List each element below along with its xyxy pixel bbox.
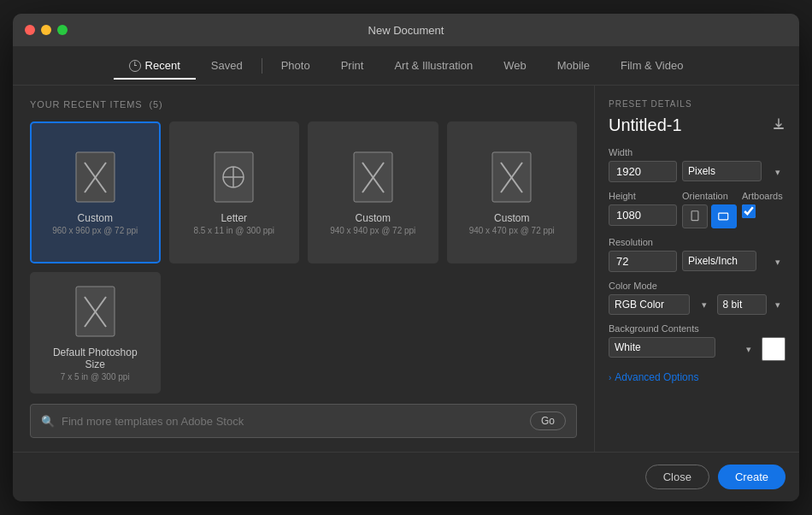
tab-bar: Recent Saved Photo Print Art & Illustrat… <box>13 46 799 86</box>
go-button[interactable]: Go <box>530 411 566 430</box>
tab-saved[interactable]: Saved <box>196 52 258 79</box>
height-label: Height <box>609 191 677 201</box>
height-orientation-row: Height Orientation <box>609 191 786 228</box>
width-label: Width <box>609 147 786 157</box>
minimize-window-button[interactable] <box>41 25 51 35</box>
tab-film-video-label: Film & Video <box>621 59 683 72</box>
tab-recent[interactable]: Recent <box>114 52 196 79</box>
recent-count: (5) <box>149 99 162 110</box>
bg-contents-select-wrapper: White Background Color Transparent <box>609 337 756 361</box>
create-button[interactable]: Create <box>718 465 786 489</box>
orientation-buttons <box>682 204 737 228</box>
bg-contents-select[interactable]: White Background Color Transparent <box>609 337 715 358</box>
template-size-5: 7 x 5 in @ 300 ppi <box>61 372 130 382</box>
tab-separator <box>262 58 262 74</box>
bg-contents-label: Background Contents <box>609 323 786 334</box>
bottom-buttons: Close Create <box>13 452 799 501</box>
template-card-custom-2[interactable]: Custom 940 x 940 px @ 72 ppi <box>308 121 438 263</box>
svg-rect-17 <box>691 211 698 221</box>
advanced-options-label: Advanced Options <box>615 371 698 383</box>
bg-color-swatch[interactable] <box>762 337 786 361</box>
tab-photo[interactable]: Photo <box>266 52 326 79</box>
portrait-button[interactable] <box>682 204 708 228</box>
width-unit-select-wrapper: Pixels Inches Centimeters <box>682 161 786 182</box>
svg-rect-16 <box>774 127 784 129</box>
clock-icon <box>129 60 141 72</box>
orientation-label: Orientation <box>682 191 737 201</box>
height-input[interactable] <box>609 204 677 226</box>
template-card-letter[interactable]: Letter 8.5 x 11 in @ 300 ppi <box>169 121 300 263</box>
resolution-field-group: Pixels/Inch Pixels/Cm <box>609 251 786 272</box>
color-mode-field-group: RGB Color CMYK Color Grayscale 8 bit 16 … <box>609 294 786 315</box>
tab-mobile[interactable]: Mobile <box>542 52 605 79</box>
template-size-3: 940 x 940 px @ 72 ppi <box>330 226 415 235</box>
template-size-2: 8.5 x 11 in @ 300 ppi <box>193 226 274 235</box>
color-depth-select[interactable]: 8 bit 16 bit 32 bit <box>717 294 767 315</box>
template-icon-custom-3 <box>488 150 535 205</box>
preset-title: Untitled-1 <box>609 115 682 135</box>
artboards-checkbox[interactable] <box>742 204 756 218</box>
template-icon-custom-1 <box>72 150 119 205</box>
maximize-window-button[interactable] <box>57 25 68 35</box>
new-document-window: New Document Recent Saved Photo Print Ar… <box>13 14 799 501</box>
template-grid-row1: Custom 960 x 960 px @ 72 ppi Letter <box>30 121 577 263</box>
color-mode-select-wrapper: RGB Color CMYK Color Grayscale <box>609 294 712 315</box>
resolution-unit-select-wrapper: Pixels/Inch Pixels/Cm <box>682 251 786 272</box>
save-preset-icon[interactable] <box>772 117 786 134</box>
tab-art-illustration-label: Art & Illustration <box>394 59 473 72</box>
artboards-col: Artboards <box>742 191 783 222</box>
landscape-button[interactable] <box>711 204 737 228</box>
search-icon: 🔍 <box>41 415 55 428</box>
artboards-label: Artboards <box>742 191 783 201</box>
template-grid-row2: Default Photoshop Size 7 x 5 in @ 300 pp… <box>30 272 577 394</box>
width-field-group: Pixels Inches Centimeters <box>609 161 786 182</box>
resolution-input[interactable] <box>609 251 677 272</box>
chevron-right-icon: › <box>609 373 611 382</box>
preset-section-label: PRESET DETAILS <box>609 99 786 109</box>
search-bar: 🔍 Go <box>30 404 577 438</box>
template-name-4: Custom <box>494 212 529 224</box>
title-bar: New Document <box>13 14 799 46</box>
tab-print-label: Print <box>341 59 364 72</box>
close-button[interactable]: Close <box>645 465 709 489</box>
tab-art-illustration[interactable]: Art & Illustration <box>379 52 488 79</box>
window-title: New Document <box>368 24 444 37</box>
left-panel: YOUR RECENT ITEMS (5) Custom 960 x 96 <box>13 86 594 452</box>
template-size-1: 960 x 960 px @ 72 ppi <box>52 226 138 235</box>
color-mode-label: Color Mode <box>609 281 786 291</box>
resolution-unit-select[interactable]: Pixels/Inch Pixels/Cm <box>682 251 756 271</box>
tab-web-label: Web <box>503 59 527 72</box>
template-icon-letter <box>210 150 257 205</box>
recent-section-header: YOUR RECENT ITEMS (5) <box>30 99 577 110</box>
traffic-lights <box>25 25 68 35</box>
bg-contents-field-row: Background Contents White Background Col… <box>609 323 786 361</box>
svg-rect-18 <box>719 213 728 220</box>
tab-recent-label: Recent <box>145 59 180 72</box>
tab-photo-label: Photo <box>281 59 310 72</box>
template-name-1: Custom <box>78 212 113 224</box>
width-field-row: Width Pixels Inches Centimeters <box>609 147 786 182</box>
template-icon-custom-2 <box>350 150 397 205</box>
advanced-options[interactable]: › Advanced Options <box>609 371 786 383</box>
tab-mobile-label: Mobile <box>557 59 590 72</box>
template-icon-default <box>72 284 119 340</box>
template-name-2: Letter <box>221 212 247 224</box>
template-name-5: Default Photoshop Size <box>42 346 149 370</box>
tab-print[interactable]: Print <box>326 52 380 79</box>
search-input[interactable] <box>62 415 530 428</box>
color-mode-select[interactable]: RGB Color CMYK Color Grayscale <box>609 294 690 315</box>
resolution-field-row: Resolution Pixels/Inch Pixels/Cm <box>609 237 786 272</box>
width-unit-select[interactable]: Pixels Inches Centimeters <box>682 161 762 181</box>
template-card-custom-1[interactable]: Custom 960 x 960 px @ 72 ppi <box>30 121 161 263</box>
template-size-4: 940 x 470 px @ 72 ppi <box>469 226 555 235</box>
color-depth-select-wrapper: 8 bit 16 bit 32 bit <box>717 294 786 315</box>
tab-film-video[interactable]: Film & Video <box>605 52 698 79</box>
resolution-label: Resolution <box>609 237 786 247</box>
template-card-default[interactable]: Default Photoshop Size 7 x 5 in @ 300 pp… <box>30 272 161 394</box>
width-input[interactable] <box>609 161 677 182</box>
color-mode-field-row: Color Mode RGB Color CMYK Color Grayscal… <box>609 281 786 315</box>
tab-web[interactable]: Web <box>488 52 542 79</box>
template-card-custom-3[interactable]: Custom 940 x 470 px @ 72 ppi <box>447 121 578 263</box>
close-window-button[interactable] <box>25 25 35 35</box>
tab-saved-label: Saved <box>211 59 243 72</box>
